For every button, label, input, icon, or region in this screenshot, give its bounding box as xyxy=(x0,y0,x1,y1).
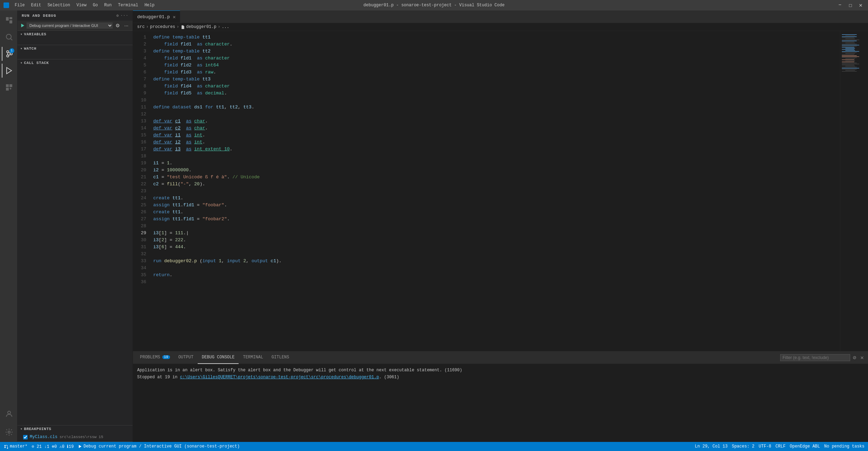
add-config-button[interactable]: ⚙ xyxy=(117,13,119,18)
panel-close-button[interactable]: ✕ xyxy=(859,354,865,361)
activity-extensions[interactable] xyxy=(2,80,16,94)
debug-sidebar: RUN AND DEBUG ⚙ ··· Debug current progra… xyxy=(17,10,133,442)
status-left: master* ⊙ 21 ↓1 ⊗0 ⚠0 ℹ19 Debug current … xyxy=(3,444,240,449)
svg-line-4 xyxy=(10,39,12,41)
minimize-button[interactable]: – xyxy=(836,2,844,9)
breadcrumb-symbol[interactable]: ... xyxy=(222,24,230,29)
ln-23: 23 xyxy=(133,188,150,195)
menu-run[interactable]: Run xyxy=(101,1,115,9)
maximize-button[interactable]: ☐ xyxy=(847,2,854,9)
ln-7: 7 xyxy=(133,76,150,83)
status-right: Ln 29, Col 13 Spaces: 2 UTF-8 CRLF OpenE… xyxy=(695,444,865,449)
svg-point-6 xyxy=(7,55,9,57)
activity-bar: 1 xyxy=(0,10,17,442)
status-tasks[interactable]: No pending tasks xyxy=(824,444,865,449)
ln-13: 13 xyxy=(133,118,150,125)
breakpoint-line: 15 xyxy=(99,435,103,439)
debug-console-label: DEBUG CONSOLE xyxy=(202,355,235,360)
status-language[interactable]: OpenEdge ABL xyxy=(790,444,820,449)
status-sync[interactable]: ⊙ 21 ↓1 ⊗0 ⚠0 ℹ19 xyxy=(31,444,73,449)
ln-17: 17 xyxy=(133,146,150,153)
filter-input[interactable] xyxy=(780,354,850,361)
variables-section: ▾ VARIABLES xyxy=(17,31,133,45)
tab-bar: debugger01.p ✕ xyxy=(133,10,868,23)
ln-3: 3 xyxy=(133,48,150,55)
close-button[interactable]: ✕ xyxy=(857,2,865,9)
ln-8: 8 xyxy=(133,83,150,90)
menu-file[interactable]: File xyxy=(12,1,28,9)
ln-5: 5 xyxy=(133,62,150,69)
breakpoints-header[interactable]: ▾ BREAKPOINTS xyxy=(17,425,133,432)
menu-terminal[interactable]: Terminal xyxy=(115,1,141,9)
tab-close-button[interactable]: ✕ xyxy=(173,14,176,20)
panel-clear-button[interactable]: ⊘ xyxy=(852,354,858,361)
menu-selection[interactable]: Selection xyxy=(45,1,73,9)
svg-rect-0 xyxy=(6,17,9,21)
menu-view[interactable]: View xyxy=(73,1,89,9)
svg-point-13 xyxy=(8,431,10,433)
debug-more-button[interactable]: ··· xyxy=(123,22,130,29)
breakpoint-location: src\classes\rssw xyxy=(59,435,97,439)
status-eol[interactable]: CRLF xyxy=(776,444,786,449)
breakpoints-content: MyClass.cls src\classes\rssw 15 xyxy=(17,432,133,442)
editor-tab-active[interactable]: debugger01.p ✕ xyxy=(133,10,180,23)
sync-info: ⊙ 21 ↓1 ⊗0 ⚠0 ℹ19 xyxy=(31,444,73,449)
svg-point-3 xyxy=(6,34,11,39)
status-spaces[interactable]: Spaces: 2 xyxy=(732,444,755,449)
breakpoint-checkbox[interactable] xyxy=(23,435,28,439)
panel-filter: ⊘ ✕ xyxy=(780,354,865,361)
branch-name: master* xyxy=(10,444,27,449)
breakpoints-chevron: ▾ xyxy=(20,427,23,431)
tab-gitlens[interactable]: GITLENS xyxy=(267,351,293,364)
tab-problems[interactable]: PROBLEMS 19 xyxy=(136,351,174,364)
menu-edit[interactable]: Edit xyxy=(28,1,44,9)
status-bar: master* ⊙ 21 ↓1 ⊗0 ⚠0 ℹ19 Debug current … xyxy=(0,442,868,451)
gitlens-label: GITLENS xyxy=(271,355,289,360)
call-stack-header[interactable]: ▾ CALL STACK xyxy=(17,59,133,66)
title-left: File Edit Selection View Go Run Terminal… xyxy=(3,1,157,9)
breadcrumb-src[interactable]: src xyxy=(137,24,145,29)
code-content[interactable]: define temp-table tt1 field fld1 as char… xyxy=(150,31,840,351)
activity-accounts[interactable] xyxy=(2,407,16,421)
debug-toolbar: Debug current program / Interactive GUI … xyxy=(17,21,133,31)
ln-1: 1 xyxy=(133,34,150,41)
breadcrumb-procedures[interactable]: procedures xyxy=(150,24,175,29)
status-encoding[interactable]: UTF-8 xyxy=(759,444,771,449)
variables-label: VARIABLES xyxy=(24,32,47,36)
ln-22: 22 xyxy=(133,181,150,188)
status-debug-run[interactable]: Debug current program / Interactive GUI … xyxy=(78,444,240,449)
activity-explorer[interactable] xyxy=(2,13,16,27)
activity-source-control[interactable]: 1 xyxy=(2,47,16,61)
ln-28: 28 xyxy=(133,223,150,230)
ln-29: 29 xyxy=(133,230,150,237)
variables-content xyxy=(17,38,133,45)
ln-4: 4 xyxy=(133,55,150,62)
cursor-position: Ln 29, Col 13 xyxy=(695,444,728,449)
eol-info: CRLF xyxy=(776,444,786,449)
code-editor[interactable]: 1 2 3 4 5 6 7 8 9 10 11 12 13 14 15 16 1 xyxy=(133,31,868,351)
debug-settings-button[interactable]: ⚙ xyxy=(114,22,121,29)
ln-36: 36 xyxy=(133,279,150,286)
menu-help[interactable]: Help xyxy=(142,1,157,9)
ln-26: 26 xyxy=(133,209,150,216)
debug-config-select[interactable]: Debug current program / Interactive GUI xyxy=(27,22,113,29)
ln-16: 16 xyxy=(133,139,150,146)
sidebar-title: RUN AND DEBUG xyxy=(22,14,56,18)
breadcrumb-file[interactable]: debugger01.p xyxy=(181,24,216,29)
breadcrumb: src › procedures › debugger01.p › ... xyxy=(133,23,868,31)
activity-search[interactable] xyxy=(2,30,16,44)
variables-header[interactable]: ▾ VARIABLES xyxy=(17,31,133,38)
console-file-link[interactable]: c:\Users\GillesQUERRET\projets\sonaroe-t… xyxy=(180,375,379,380)
minimap xyxy=(840,31,868,351)
activity-settings[interactable] xyxy=(2,425,16,439)
watch-header[interactable]: ▾ WATCH xyxy=(17,45,133,52)
menu-go[interactable]: Go xyxy=(90,1,100,9)
tab-terminal[interactable]: TERMINAL xyxy=(239,351,267,364)
tab-debug-console[interactable]: DEBUG CONSOLE xyxy=(198,351,239,364)
activity-debug[interactable] xyxy=(2,64,16,78)
ln-14: 14 xyxy=(133,125,150,132)
status-branch[interactable]: master* xyxy=(3,444,27,449)
tab-output[interactable]: OUTPUT xyxy=(174,351,198,364)
status-position[interactable]: Ln 29, Col 13 xyxy=(695,444,728,449)
more-options-button[interactable]: ··· xyxy=(120,13,128,18)
